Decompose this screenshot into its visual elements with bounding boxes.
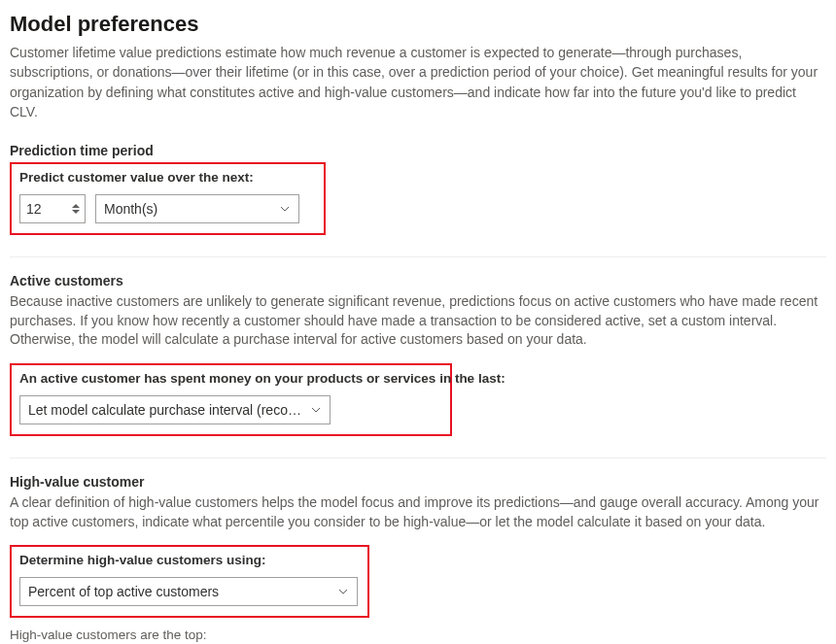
page-title: Model preferences <box>10 12 826 37</box>
chevron-down-icon <box>279 203 291 215</box>
highvalue-desc: A clear definition of high-value custome… <box>10 493 826 531</box>
highvalue-heading: High-value customer <box>10 474 826 490</box>
stepper-down-icon[interactable] <box>72 210 80 214</box>
active-label: An active customer has spent money on yo… <box>19 371 442 386</box>
chevron-down-icon <box>310 404 322 416</box>
highvalue-sublabel: High-value customers are the top: <box>10 627 826 642</box>
section-active: Active customers Because inactive custom… <box>10 273 826 458</box>
prediction-heading: Prediction time period <box>10 143 826 158</box>
active-desc: Because inactive customers are unlikely … <box>10 292 826 350</box>
prediction-value-stepper[interactable] <box>19 194 86 223</box>
prediction-unit-text: Month(s) <box>104 201 273 217</box>
highvalue-highlight: Determine high-value customers using: Pe… <box>10 545 369 618</box>
highvalue-label: Determine high-value customers using: <box>19 553 360 567</box>
active-highlight: An active customer has spent money on yo… <box>10 363 452 436</box>
prediction-highlight: Predict customer value over the next: Mo… <box>10 162 326 235</box>
section-prediction: Prediction time period Predict customer … <box>10 143 826 257</box>
page-intro: Customer lifetime value predictions esti… <box>10 43 826 121</box>
prediction-unit-dropdown[interactable]: Month(s) <box>95 194 299 223</box>
active-interval-dropdown[interactable]: Let model calculate purchase interval (r… <box>19 395 331 424</box>
highvalue-method-dropdown[interactable]: Percent of top active customers <box>19 577 358 606</box>
prediction-label: Predict customer value over the next: <box>19 170 316 185</box>
active-interval-text: Let model calculate purchase interval (r… <box>28 402 304 418</box>
section-highvalue: High-value customer A clear definition o… <box>10 474 826 644</box>
chevron-down-icon <box>337 586 349 597</box>
active-heading: Active customers <box>10 273 826 288</box>
stepper-up-icon[interactable] <box>72 204 80 208</box>
prediction-value-input[interactable] <box>20 195 65 222</box>
highvalue-method-text: Percent of top active customers <box>28 584 331 599</box>
